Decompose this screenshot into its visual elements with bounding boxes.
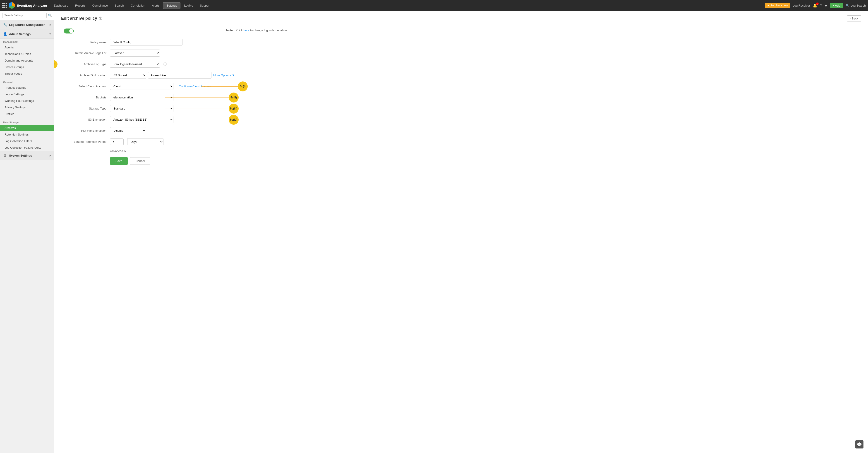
sidebar-item-retention-settings[interactable]: Retention Settings: [0, 131, 54, 138]
user-avatar-icon[interactable]: ●: [825, 3, 827, 8]
archive-zip-controls: S3 Bucket Local NFS More Options ▼: [110, 72, 235, 79]
sidebar-item-profiles[interactable]: Profiles: [0, 111, 54, 117]
annotation-5cii-badge: 5c(ii): [229, 93, 239, 102]
sidebar-item-archives[interactable]: Archives: [0, 125, 54, 131]
archive-log-type-select[interactable]: Raw logs with Parsed Raw logs only Parse…: [110, 61, 160, 68]
sidebar-item-working-hour[interactable]: Working Hour Settings: [0, 98, 54, 104]
content-area: Edit archive policy ⓘ ‹ Back Note : Clic…: [54, 11, 868, 453]
log-source-config-arrow: ▶: [50, 23, 52, 26]
annotation-line-5ci: [202, 87, 238, 87]
log-receiver-label: Log Receiver: [793, 4, 810, 7]
data-storage-group-label: Data Storage: [0, 119, 54, 125]
s3-encryption-label: S3 Encryption: [61, 118, 106, 121]
retain-logs-select[interactable]: Forever 1 Year 2 Years: [110, 50, 160, 57]
storage-type-label: Storage Type: [61, 107, 106, 110]
loaded-retention-number-input[interactable]: [110, 138, 124, 145]
sidebar-item-log-collection-filters[interactable]: Log Collection Filters: [0, 138, 54, 144]
buckets-row: Buckets ela-automation 5c(ii): [61, 94, 287, 101]
back-chevron-icon: ‹: [850, 17, 851, 20]
search-icon-top: 🔍: [846, 4, 849, 7]
help-icon[interactable]: ?: [820, 3, 822, 7]
s3-encryption-row: S3 Encryption Amazon S3 key (SSE-S3) Non…: [61, 116, 287, 123]
nav-dashboard[interactable]: Dashboard: [51, 2, 71, 9]
retain-logs-label: Retain Archive Logs For: [61, 52, 106, 55]
management-group-label: Management: [0, 39, 54, 44]
grid-menu-icon[interactable]: [2, 3, 7, 8]
sidebar-item-logon-settings[interactable]: Logon Settings: [0, 91, 54, 98]
page-title-help-icon[interactable]: ⓘ: [99, 17, 102, 21]
archive-log-type-help-icon[interactable]: ⓘ: [163, 62, 167, 66]
page-header: Edit archive policy ⓘ ‹ Back: [61, 15, 861, 24]
log-search-button[interactable]: 🔍 Log Search: [846, 4, 866, 7]
main-layout: 🔍 🔧 Log Source Configuration ▶ 👤 Admin S…: [0, 11, 868, 453]
save-button[interactable]: Save: [110, 157, 128, 165]
storage-type-select[interactable]: Standard Reduced Redundancy Glacier: [110, 105, 174, 112]
policy-name-row: Policy name: [61, 39, 287, 45]
nav-logme[interactable]: LogMe: [181, 2, 196, 9]
notification-badge: 1: [816, 2, 819, 5]
buckets-select[interactable]: ela-automation: [110, 94, 174, 101]
cloud-account-select[interactable]: Cloud: [110, 83, 174, 90]
enable-archiving-toggle[interactable]: [64, 29, 74, 33]
nav-search[interactable]: Search: [112, 2, 127, 9]
nav-reports[interactable]: Reports: [72, 2, 89, 9]
log-receiver-button[interactable]: Log Receiver: [793, 4, 810, 7]
admin-settings-label: Admin Settings: [9, 32, 47, 36]
annotation-5ci-badge: 5c(i): [238, 82, 248, 91]
more-options-button[interactable]: More Options ▼: [213, 73, 235, 77]
retain-logs-row: Retain Archive Logs For Forever 1 Year 2…: [61, 50, 287, 57]
nav-right: ★ Purchase now Log Receiver 🔔 1 ? ● + Ad…: [765, 3, 866, 8]
s3-encryption-select[interactable]: Amazon S3 key (SSE-S3) None KMS: [110, 116, 174, 123]
form-actions: Save Cancel: [110, 157, 287, 165]
sidebar-item-agents[interactable]: Agents: [0, 44, 54, 51]
admin-settings-section: 👤 Admin Settings ▼ Management Agents Tec…: [0, 29, 54, 151]
note-here-link[interactable]: here: [244, 29, 249, 32]
page-title: Edit archive policy ⓘ: [61, 16, 102, 21]
archive-zip-path-input[interactable]: [148, 72, 212, 78]
nav-support[interactable]: Support: [197, 2, 214, 9]
sidebar-item-technicians-roles[interactable]: Technicians & Roles: [0, 51, 54, 57]
cancel-button[interactable]: Cancel: [130, 157, 150, 165]
purchase-now-button[interactable]: ★ Purchase now: [765, 3, 790, 8]
nav-settings[interactable]: Settings: [163, 2, 180, 9]
loaded-retention-unit-select[interactable]: Days Weeks Months: [127, 138, 163, 145]
sidebar-item-product-settings[interactable]: Product Settings: [0, 85, 54, 91]
sidebar-item-device-groups[interactable]: Device Groups: [0, 64, 54, 70]
sidebar: 🔍 🔧 Log Source Configuration ▶ 👤 Admin S…: [0, 11, 54, 453]
log-source-config-section: 🔧 Log Source Configuration ▶: [0, 20, 54, 29]
archive-zip-location-row: Archive Zip Location S3 Bucket Local NFS…: [61, 72, 287, 79]
general-group-label: General: [0, 79, 54, 85]
log-source-config-header[interactable]: 🔧 Log Source Configuration ▶: [0, 20, 54, 29]
archive-zip-type-select[interactable]: S3 Bucket Local NFS: [110, 72, 146, 79]
flat-file-encryption-row: Flat File Encryption Disable Enable: [61, 127, 287, 134]
archive-log-type-label: Archive Log Type: [61, 62, 106, 66]
search-settings-input[interactable]: [2, 13, 46, 18]
back-button[interactable]: ‹ Back: [847, 15, 861, 22]
archive-zip-label: Archive Zip Location: [61, 73, 106, 77]
policy-name-input[interactable]: [110, 39, 183, 45]
log-source-config-label: Log Source Configuration: [9, 23, 48, 27]
system-settings-header[interactable]: 🖥 System Settings ▶: [0, 151, 54, 160]
notification-bell[interactable]: 🔔 1: [813, 3, 817, 8]
add-button[interactable]: + Add: [830, 3, 843, 8]
flat-file-select[interactable]: Disable Enable: [110, 127, 146, 134]
nav-correlation[interactable]: Correlation: [127, 2, 148, 9]
sidebar-search-icon: 🔍: [48, 13, 52, 17]
sidebar-item-log-collection-failure-alerts[interactable]: Log Collection Failure Alerts: [0, 144, 54, 151]
form-section: Note : Click here to change log index lo…: [61, 29, 287, 165]
chat-icon[interactable]: 💬: [855, 440, 864, 449]
admin-settings-header[interactable]: 👤 Admin Settings ▼: [0, 29, 54, 39]
nav-compliance[interactable]: Compliance: [89, 2, 111, 9]
advanced-toggle[interactable]: Advanced ▶: [110, 149, 287, 153]
annotation-line-5ciii: [165, 108, 229, 109]
nav-alerts[interactable]: Alerts: [149, 2, 162, 9]
admin-settings-arrow: ▼: [49, 33, 52, 35]
sidebar-item-privacy-settings[interactable]: Privacy Settings: [0, 104, 54, 111]
sidebar-item-threat-feeds[interactable]: Threat Feeds: [0, 70, 54, 77]
loaded-retention-row: Loaded Retention Period Days Weeks Month…: [61, 138, 287, 145]
flat-file-label: Flat File Encryption: [61, 129, 106, 132]
system-settings-arrow: ▶: [50, 154, 52, 157]
cloud-account-row: Select Cloud Account Cloud Configure Clo…: [61, 83, 287, 90]
sidebar-item-domain-accounts[interactable]: Domain and Accounts: [0, 57, 54, 64]
monitor-icon: 🖥: [3, 153, 7, 158]
